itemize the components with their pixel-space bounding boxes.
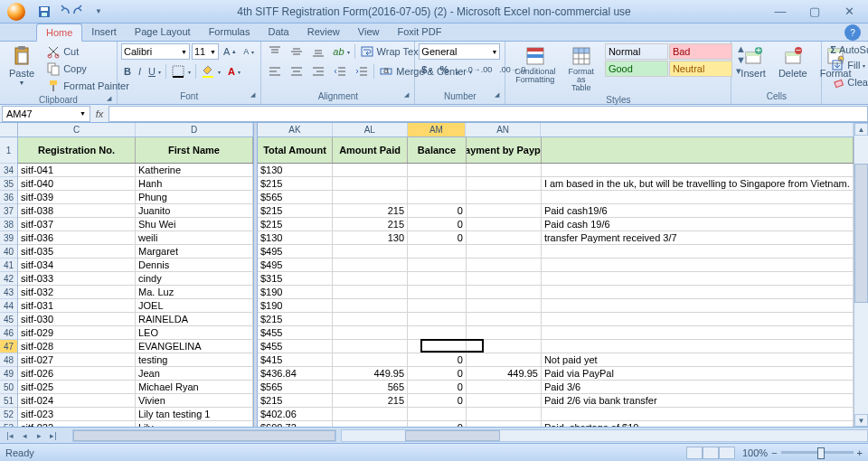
column-header[interactable]: AN: [466, 123, 541, 136]
cell[interactable]: RAINELDA: [136, 313, 253, 325]
cell[interactable]: sitf-039: [18, 191, 136, 203]
worksheet-grid[interactable]: 1343536373839404142434445464748495051525…: [0, 123, 868, 427]
name-box[interactable]: AM47▼: [2, 106, 90, 122]
cell[interactable]: $690.72: [258, 421, 333, 427]
cell[interactable]: [467, 259, 542, 271]
minimize-button[interactable]: —: [769, 4, 792, 20]
cell[interactable]: [408, 313, 467, 325]
cell[interactable]: [333, 191, 408, 203]
cell[interactable]: [542, 299, 854, 312]
cell[interactable]: Lily: [136, 421, 253, 427]
column-header[interactable]: AL: [333, 123, 408, 136]
qat-customize[interactable]: ▼: [90, 4, 107, 20]
cell[interactable]: 0: [408, 218, 467, 230]
cell[interactable]: sitf-027: [18, 353, 136, 366]
underline-button[interactable]: U▾: [146, 65, 164, 78]
row-header[interactable]: 41: [0, 259, 17, 272]
border-button[interactable]: ▾: [168, 63, 193, 80]
row-header[interactable]: 36: [0, 191, 17, 204]
zoom-level[interactable]: 100%: [742, 447, 768, 458]
cell[interactable]: LEO: [136, 326, 253, 339]
cell[interactable]: Not paid yet: [542, 353, 854, 366]
cell[interactable]: $215: [258, 204, 333, 217]
cell[interactable]: Margaret: [136, 245, 253, 258]
cell[interactable]: [408, 299, 467, 312]
cell[interactable]: 215: [333, 218, 408, 230]
cell[interactable]: Vivien: [136, 394, 253, 407]
orientation-button[interactable]: ab▾: [330, 45, 352, 58]
align-bottom-button[interactable]: [308, 43, 328, 60]
cell[interactable]: sitf-033: [18, 272, 136, 285]
column-header[interactable]: [541, 123, 854, 136]
align-top-button[interactable]: [265, 43, 285, 60]
cell[interactable]: Jean: [136, 367, 253, 380]
horizontal-scrollbar-right[interactable]: [341, 429, 868, 442]
style-neutral[interactable]: Neutral: [669, 61, 732, 77]
cell[interactable]: $415: [258, 353, 333, 366]
cell[interactable]: testing: [136, 353, 253, 366]
cell[interactable]: [408, 245, 467, 258]
tab-formulas[interactable]: Formulas: [200, 24, 259, 41]
decrease-indent-button[interactable]: [330, 63, 350, 80]
cell[interactable]: sitf-022: [18, 421, 136, 427]
cell[interactable]: $402.06: [258, 408, 333, 420]
row-header[interactable]: 34: [0, 164, 17, 177]
cell[interactable]: [408, 326, 467, 339]
table-header-cell[interactable]: Registration No.: [18, 137, 136, 163]
formula-bar[interactable]: [108, 106, 868, 122]
align-right-button[interactable]: [308, 63, 328, 80]
table-header-cell[interactable]: [542, 137, 854, 163]
cell[interactable]: [467, 231, 542, 244]
cell[interactable]: [467, 177, 542, 190]
row-header[interactable]: 53: [0, 421, 17, 427]
cell[interactable]: [333, 313, 408, 325]
cell[interactable]: [408, 272, 467, 285]
cell[interactable]: [467, 245, 542, 258]
cell[interactable]: Paid, shortage of $10: [542, 421, 854, 427]
normal-view-button[interactable]: [686, 447, 703, 459]
cell[interactable]: Paid 2/6 via bank transfer: [542, 394, 854, 407]
cell[interactable]: [333, 326, 408, 339]
maximize-button[interactable]: ▢: [803, 4, 826, 20]
sheet-nav[interactable]: |◂◂▸▸|: [0, 431, 72, 440]
cell[interactable]: [467, 191, 542, 203]
cell[interactable]: [467, 326, 542, 339]
cell[interactable]: sitf-040: [18, 177, 136, 190]
align-center-button[interactable]: [287, 63, 307, 80]
format-as-table-button[interactable]: Format as Table: [562, 43, 599, 94]
cell[interactable]: [333, 164, 408, 176]
cell[interactable]: [542, 286, 854, 298]
cell[interactable]: [333, 286, 408, 298]
cell[interactable]: 449.95: [467, 367, 542, 380]
cell[interactable]: $190: [258, 286, 333, 298]
column-header[interactable]: D: [136, 123, 253, 136]
cell[interactable]: sitf-024: [18, 394, 136, 407]
row-header[interactable]: 45: [0, 313, 17, 326]
row-header[interactable]: 37: [0, 204, 17, 218]
cell[interactable]: $565: [258, 381, 333, 393]
cell[interactable]: sitf-041: [18, 164, 136, 176]
cell[interactable]: [467, 272, 542, 285]
cell[interactable]: I am based in the uk, but will be travel…: [542, 177, 854, 190]
font-size-combo[interactable]: 11▼: [192, 43, 219, 60]
cell[interactable]: [542, 245, 854, 258]
cell[interactable]: Michael Ryan: [136, 381, 253, 393]
cell[interactable]: 0: [408, 204, 467, 217]
cell[interactable]: [467, 299, 542, 312]
cell[interactable]: [333, 353, 408, 366]
increase-indent-button[interactable]: [352, 63, 372, 80]
cell[interactable]: sitf-023: [18, 408, 136, 420]
cell[interactable]: sitf-030: [18, 313, 136, 325]
tab-page-layout[interactable]: Page Layout: [126, 24, 200, 41]
row-header[interactable]: 40: [0, 245, 17, 259]
cell[interactable]: 0: [408, 394, 467, 407]
cell[interactable]: [542, 326, 854, 339]
row-header[interactable]: 49: [0, 367, 17, 381]
zoom-in-button[interactable]: +: [857, 447, 863, 458]
increase-decimal-button[interactable]: .0→.00: [463, 64, 495, 75]
cell[interactable]: $455: [258, 326, 333, 339]
row-header[interactable]: 48: [0, 353, 17, 367]
cell[interactable]: Lily tan testing 1: [136, 408, 253, 420]
cell[interactable]: $215: [258, 218, 333, 230]
row-header[interactable]: 47: [0, 340, 17, 353]
